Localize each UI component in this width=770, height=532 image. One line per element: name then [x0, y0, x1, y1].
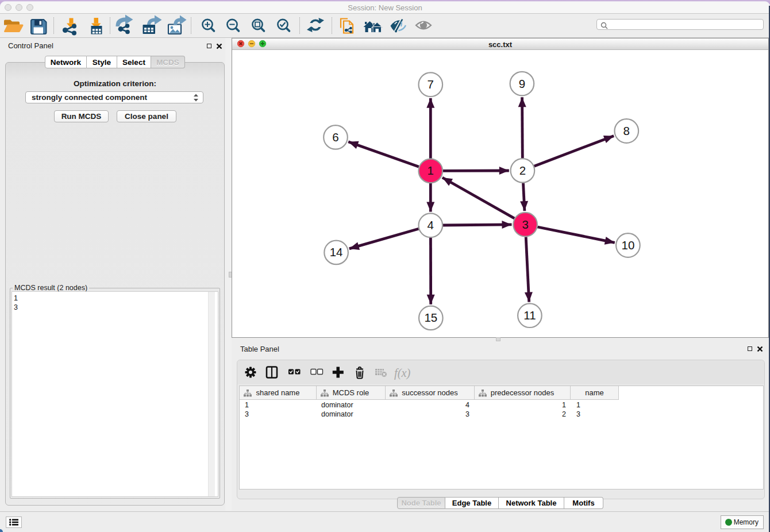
svg-text:6: 6: [332, 130, 338, 144]
svg-text:f(x): f(x): [394, 367, 411, 380]
svg-text:10: 10: [621, 238, 634, 252]
svg-text:14: 14: [330, 245, 343, 259]
svg-text:4: 4: [428, 218, 434, 232]
svg-text:3: 3: [522, 218, 528, 231]
svg-text:15: 15: [424, 311, 437, 324]
svg-text:7: 7: [428, 78, 434, 91]
svg-text:9: 9: [519, 77, 525, 90]
svg-text:2: 2: [519, 164, 526, 177]
svg-text:1: 1: [428, 164, 434, 177]
svg-text:11: 11: [523, 309, 536, 322]
svg-text:8: 8: [623, 124, 630, 137]
